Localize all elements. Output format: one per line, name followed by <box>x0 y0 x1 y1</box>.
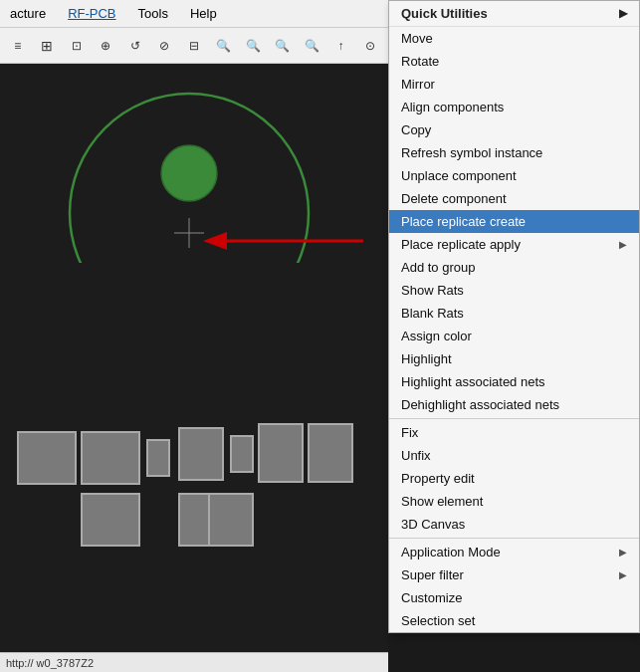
pcb-area: acture RF-PCB Tools Help ≡ ⊞ ⊡ ⊕ ↺ ⊘ ⊟ 🔍… <box>0 0 388 672</box>
menu-tools[interactable]: Tools <box>132 4 174 23</box>
menu-item-highlight-nets[interactable]: Highlight associated nets <box>389 370 639 393</box>
red-arrow <box>199 211 378 271</box>
toolbar: ≡ ⊞ ⊡ ⊕ ↺ ⊘ ⊟ 🔍 🔍 🔍 🔍 ↑ ⊙ <box>0 28 388 64</box>
submenu-arrow-header: ▶ <box>619 7 627 20</box>
menu-item-show-element[interactable]: Show element <box>389 490 639 513</box>
toolbar-btn-3[interactable]: ⊡ <box>63 33 91 59</box>
svg-rect-8 <box>179 428 223 480</box>
pcb-canvas <box>0 64 388 672</box>
toolbar-btn-12[interactable]: ↑ <box>327 33 355 59</box>
pcb-svg <box>0 64 388 672</box>
submenu-arrow-apply: ▶ <box>619 239 627 250</box>
svg-rect-5 <box>18 432 76 484</box>
menu-item-rotate[interactable]: Rotate <box>389 50 639 73</box>
menu-item-dehighlight-nets[interactable]: Dehighlight associated nets <box>389 393 639 416</box>
menu-item-place-apply[interactable]: Place replicate apply ▶ <box>389 233 639 256</box>
menu-item-unplace[interactable]: Unplace component <box>389 164 639 187</box>
svg-point-2 <box>161 145 217 201</box>
context-menu: Quick Utilities ▶ Move Rotate Mirror Ali… <box>388 0 640 633</box>
context-menu-header: Quick Utilities ▶ <box>389 1 639 27</box>
toolbar-btn-5[interactable]: ↺ <box>121 33 149 59</box>
submenu-arrow-superfilter: ▶ <box>619 569 627 580</box>
svg-rect-12 <box>82 494 139 546</box>
menu-divider-1 <box>389 418 639 419</box>
status-bar: http:// w0_3787Z2 <box>0 652 388 672</box>
svg-rect-7 <box>147 440 169 476</box>
menu-item-align[interactable]: Align components <box>389 96 639 118</box>
menu-item-selection-set[interactable]: Selection set <box>389 609 639 632</box>
menu-help[interactable]: Help <box>184 4 223 23</box>
toolbar-btn-6[interactable]: ⊘ <box>151 33 179 59</box>
menu-item-super-filter[interactable]: Super filter ▶ <box>389 563 639 586</box>
menu-item-copy[interactable]: Copy <box>389 118 639 141</box>
toolbar-btn-4[interactable]: ⊕ <box>93 33 120 59</box>
toolbar-btn-11[interactable]: 🔍 <box>298 33 325 59</box>
context-menu-title: Quick Utilities <box>401 6 488 21</box>
toolbar-btn-8[interactable]: 🔍 <box>210 33 238 59</box>
menu-item-delete[interactable]: Delete component <box>389 187 639 210</box>
menu-divider-2 <box>389 538 639 539</box>
svg-rect-10 <box>259 424 303 482</box>
menu-item-assign-color[interactable]: Assign color <box>389 325 639 347</box>
menu-manufacture[interactable]: acture <box>4 4 52 23</box>
svg-rect-9 <box>231 436 253 472</box>
toolbar-btn-9[interactable]: 🔍 <box>239 33 267 59</box>
toolbar-btn-2[interactable]: ⊞ <box>34 33 62 59</box>
menu-item-app-mode[interactable]: Application Mode ▶ <box>389 541 639 563</box>
menu-item-property-edit[interactable]: Property edit <box>389 467 639 490</box>
menu-item-refresh[interactable]: Refresh symbol instance <box>389 141 639 164</box>
svg-rect-11 <box>309 424 352 482</box>
menu-item-blank-rats[interactable]: Blank Rats <box>389 302 639 325</box>
menu-item-unfix[interactable]: Unfix <box>389 444 639 467</box>
status-text: http:// w0_3787Z2 <box>6 657 94 669</box>
menu-rf-pcb[interactable]: RF-PCB <box>62 4 121 23</box>
menu-item-show-rats[interactable]: Show Rats <box>389 279 639 302</box>
svg-rect-14 <box>209 494 253 546</box>
menu-item-add-group[interactable]: Add to group <box>389 256 639 279</box>
svg-rect-6 <box>82 432 139 484</box>
menu-item-place-create[interactable]: Place replicate create <box>389 210 639 233</box>
menu-item-fix[interactable]: Fix <box>389 421 639 444</box>
menu-item-mirror[interactable]: Mirror <box>389 73 639 96</box>
toolbar-btn-10[interactable]: 🔍 <box>269 33 297 59</box>
menu-bar: acture RF-PCB Tools Help <box>0 0 388 28</box>
menu-item-move[interactable]: Move <box>389 27 639 50</box>
menu-item-3d-canvas[interactable]: 3D Canvas <box>389 513 639 536</box>
toolbar-btn-1[interactable]: ≡ <box>4 33 32 59</box>
menu-item-highlight[interactable]: Highlight <box>389 347 639 370</box>
menu-item-customize[interactable]: Customize <box>389 586 639 609</box>
toolbar-btn-7[interactable]: ⊟ <box>180 33 208 59</box>
submenu-arrow-appmode: ▶ <box>619 547 627 558</box>
toolbar-btn-13[interactable]: ⊙ <box>356 33 384 59</box>
